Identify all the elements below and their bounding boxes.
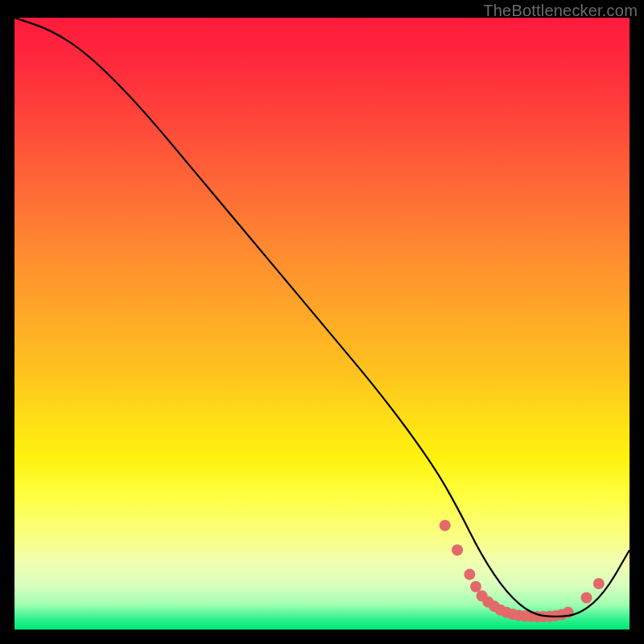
chart-svg: [14, 18, 630, 630]
marker-dot: [581, 592, 592, 604]
chart-frame: TheBottlenecker.com: [0, 0, 644, 644]
marker-dot: [593, 578, 605, 589]
watermark-text: TheBottlenecker.com: [483, 2, 638, 20]
marker-dot: [470, 581, 481, 592]
marker-dot: [440, 520, 451, 531]
marker-dot: [464, 569, 475, 580]
marker-dot: [452, 544, 463, 555]
bottleneck-curve: [14, 18, 630, 617]
